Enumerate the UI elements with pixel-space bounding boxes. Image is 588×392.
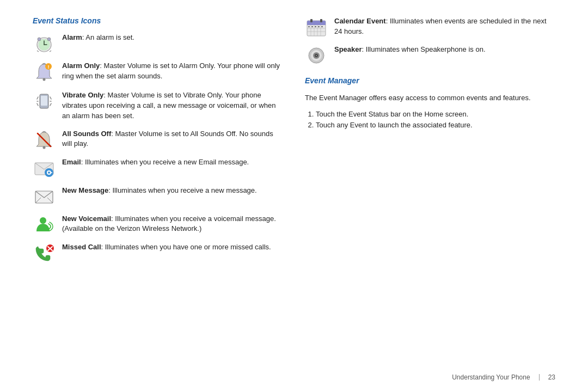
alarm-label: Alarm [62, 33, 82, 41]
svg-rect-39 [320, 19, 322, 22]
email-icon [33, 157, 56, 178]
event-manager-section: Event Manager The Event Manager offers e… [305, 76, 555, 131]
allsounds-label: All Sounds Off [62, 130, 111, 138]
newmessage-text: New Message: Illuminates when you receiv… [62, 186, 283, 196]
svg-text:!: ! [48, 64, 50, 70]
list-item: Email: Illuminates when you receive a ne… [33, 157, 283, 178]
calendar-icon [305, 16, 328, 37]
missedcall-desc: : Illuminates when you have one or more … [101, 243, 271, 251]
svg-line-17 [37, 103, 38, 106]
footer: Understanding Your Phone 23 [33, 368, 555, 381]
list-item: New Message: Illuminates when you receiv… [33, 186, 283, 206]
missedcall-text: Missed Call: Illuminates when you have o… [62, 242, 283, 253]
right-column: Calendar Event: Illuminates when events … [305, 16, 555, 368]
list-item: Touch any Event to launch the associated… [316, 120, 555, 131]
svg-point-47 [311, 26, 313, 27]
svg-point-48 [315, 26, 316, 27]
list-item: Touch the Event Status bar on the Home s… [316, 109, 555, 120]
newmessage-label: New Message [62, 186, 108, 194]
allsounds-icon [33, 129, 56, 150]
email-label: Email [62, 158, 81, 166]
list-item: Alarm: An alarm is set. [33, 33, 283, 53]
svg-line-15 [37, 97, 38, 99]
alarm-desc: : An alarm is set. [82, 33, 134, 41]
svg-point-9 [39, 39, 50, 51]
svg-line-20 [50, 103, 51, 106]
svg-point-46 [308, 26, 309, 27]
speaker-icon [305, 45, 328, 65]
page-number: 23 [548, 373, 555, 381]
newmessage-desc: : Illuminates when you receive a new mes… [108, 186, 256, 194]
list-item: ! Alarm Only: Master Volume is set to Al… [33, 61, 283, 83]
page: Event Status Icons [0, 0, 588, 392]
vibrate-label: Vibrate Only [62, 91, 103, 99]
svg-point-49 [318, 26, 319, 27]
event-manager-title: Event Manager [305, 76, 555, 85]
email-text: Email: Illuminates when you receive a ne… [62, 157, 283, 168]
list-item: Speaker: Illuminates when Speakerphone i… [305, 45, 555, 65]
list-item: All Sounds Off: Master Volume is set to … [33, 129, 283, 150]
left-column: Event Status Icons [33, 16, 283, 368]
missedcall-label: Missed Call [62, 243, 101, 251]
vibrate-text: Vibrate Only: Master Volume is set to Vi… [62, 90, 283, 121]
speaker-label: Speaker [334, 45, 362, 53]
calendar-text: Calendar Event: Illuminates when events … [334, 16, 555, 37]
svg-point-50 [321, 26, 322, 27]
content-columns: Event Status Icons [33, 16, 555, 368]
alarm-text: Alarm: An alarm is set. [62, 33, 283, 43]
event-status-icons-title: Event Status Icons [33, 16, 283, 25]
vibrate-icon [33, 90, 56, 111]
svg-rect-37 [307, 23, 326, 25]
speaker-desc: : Illuminates when Speakerphone is on. [362, 45, 486, 53]
svg-line-7 [37, 51, 39, 52]
svg-point-21 [43, 146, 46, 149]
calendar-label: Calendar Event [334, 17, 386, 25]
step-1-text: Touch the Event Status bar on the Home s… [316, 110, 468, 118]
voicemail-label: New Voicemail [62, 215, 111, 223]
event-manager-steps: Touch the Event Status bar on the Home s… [305, 109, 555, 132]
step-2-text: Touch any Event to launch the associated… [316, 121, 473, 129]
svg-rect-14 [41, 96, 47, 106]
svg-line-8 [50, 51, 51, 52]
footer-divider [539, 374, 540, 381]
list-item: Calendar Event: Illuminates when events … [305, 16, 555, 37]
allsounds-text: All Sounds Off: Master Volume is set to … [62, 129, 283, 150]
svg-point-10 [43, 78, 46, 81]
footer-text: Understanding Your Phone [452, 373, 530, 381]
voicemail-text: New Voicemail: Illuminates when you rece… [62, 214, 283, 235]
newmessage-icon [33, 186, 56, 206]
list-item: Missed Call: Illuminates when you have o… [33, 242, 283, 263]
svg-point-26 [48, 171, 50, 174]
svg-point-55 [316, 55, 317, 56]
event-manager-description: The Event Manager offers easy access to … [305, 93, 555, 103]
svg-rect-38 [310, 19, 313, 22]
svg-line-18 [50, 97, 51, 99]
alarm-only-label: Alarm Only [62, 62, 100, 70]
alarm-only-text: Alarm Only: Master Volume is set to Alar… [62, 61, 283, 82]
speaker-text: Speaker: Illuminates when Speakerphone i… [334, 45, 555, 55]
svg-point-31 [40, 217, 46, 224]
missedcall-icon [33, 242, 56, 263]
list-item: Vibrate Only: Master Volume is set to Vi… [33, 90, 283, 121]
voicemail-icon [33, 214, 56, 235]
email-desc: : Illuminates when you receive a new Ema… [81, 158, 249, 166]
list-item: New Voicemail: Illuminates when you rece… [33, 214, 283, 235]
alarm-only-icon: ! [33, 61, 56, 83]
alarm-icon [33, 33, 56, 53]
